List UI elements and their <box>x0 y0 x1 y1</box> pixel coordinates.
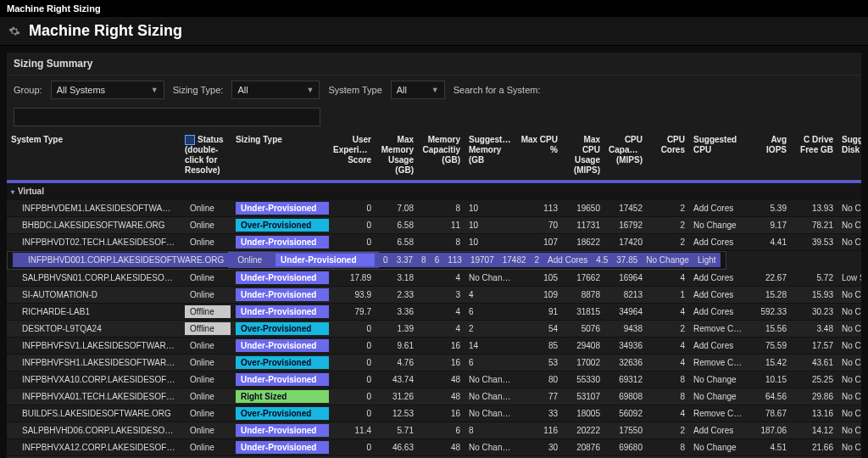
table-row[interactable]: INFPBHVFSH1.LAKESIDESOFTWARE.ORGOnlineOv… <box>7 355 861 371</box>
cell-status[interactable]: Online <box>181 217 231 234</box>
cell-system: INFPBHVXA12.CORP.LAKESIDESOFTWARE.ORG <box>7 439 181 456</box>
cell-cap: 6 <box>418 422 465 439</box>
cell-ux: 0 <box>379 253 392 268</box>
col-sugg-mem[interactable]: Suggested Memory (GB <box>465 131 515 180</box>
sizing-table-scroll[interactable]: System Type Status (double-click for Res… <box>7 131 861 458</box>
table-row[interactable]: INFPBHVXA12.CORP.LAKESIDESOFTWARE.ORGOnl… <box>7 439 861 456</box>
system-type-select[interactable]: All ▼ <box>391 81 445 99</box>
table-row[interactable]: SALPBHVSN01.CORP.LAKESIDESOFTWARE.ORGOnl… <box>7 270 861 287</box>
col-max-cpu[interactable]: Max CPU % <box>515 131 562 180</box>
cell-status[interactable]: Online <box>181 270 231 287</box>
col-cores[interactable]: CPU Cores <box>647 131 689 180</box>
col-cpu-cap[interactable]: CPU Capacity (MIPS) <box>604 131 647 180</box>
cell-system: RICHARDE-LAB1 <box>7 304 181 321</box>
table-row[interactable]: INFPBHVD001.CORP.LAKESIDESOFTWARE.ORGOnl… <box>7 251 726 270</box>
cell-maxcpu: 91 <box>515 304 562 321</box>
cell-cpucap: 34964 <box>604 304 647 321</box>
cell-iops: 187.06 <box>748 422 791 439</box>
sizing-summary-panel: Sizing Summary Group: All Systems ▼ Sizi… <box>7 53 861 458</box>
cell-status[interactable]: Offline <box>181 304 231 321</box>
cell-sdisk: No Change <box>837 217 861 234</box>
cell-sugg-mem: 10 <box>465 217 515 234</box>
col-mem-cap[interactable]: Memory Capacitiy (GB) <box>418 131 465 180</box>
table-row[interactable]: INFPBHVFSV1.LAKESIDESOFTWARE.ORGOnlineUn… <box>7 338 861 355</box>
col-max-mips[interactable]: Max CPU Usage (MIPS) <box>562 131 604 180</box>
cell-status[interactable]: Offline <box>181 321 231 338</box>
sizing-pill: Under-Provisioned <box>236 236 329 249</box>
cell-cpucap: 17482 <box>498 253 531 268</box>
cell-status[interactable]: Online <box>228 252 271 269</box>
cell-sugg-mem: No Change <box>465 388 515 405</box>
table-row[interactable]: BHBDC.LAKESIDESOFTWARE.ORGOnlineOver-Pro… <box>7 217 861 234</box>
search-label: Search for a System: <box>453 85 541 95</box>
cell-status[interactable]: Online <box>181 355 231 371</box>
table-row[interactable]: RICHARDE-LAB1OfflineUnder-Provisioned79.… <box>7 304 861 321</box>
cell-status[interactable]: Online <box>181 371 231 388</box>
gear-icon[interactable] <box>8 25 20 37</box>
group-select[interactable]: All Systems ▼ <box>51 81 164 99</box>
cell-cfree: 13.16 <box>791 405 837 422</box>
cell-status[interactable]: Online <box>181 388 231 405</box>
table-row[interactable]: INFPBHVXA01.TECH.LAKESIDESOFTWARE.ORGOnl… <box>7 388 861 405</box>
cell-system: SALPBHVHD06.CORP.LAKESIDESOFTWARE.ORG <box>7 422 181 439</box>
cell-sizing: Under-Provisioned <box>231 234 329 251</box>
cell-iops: 592.33 <box>748 304 791 321</box>
col-sugg-cpu[interactable]: Suggested CPU <box>689 131 748 180</box>
cell-maxcpu: 107 <box>515 234 562 251</box>
col-ux-score[interactable]: User Experience Score <box>329 131 376 180</box>
cell-status[interactable]: Online <box>181 439 231 456</box>
table-row[interactable]: SI-AUTOMATION-DOnlineUnder-Provisioned93… <box>7 287 861 304</box>
col-status[interactable]: Status (double-click for Resolve) <box>181 131 231 180</box>
col-max-mem[interactable]: Max Memory Usage (GB) <box>376 131 418 180</box>
cell-status[interactable]: Online <box>181 200 231 217</box>
cell-system: BHBDC.LAKESIDESOFTWARE.ORG <box>7 217 181 234</box>
cell-maxmips: 18622 <box>562 234 604 251</box>
cell-status[interactable]: Online <box>181 405 231 422</box>
table-row[interactable]: SALPBHVHD06.CORP.LAKESIDESOFTWARE.ORGOnl… <box>7 422 861 439</box>
search-input[interactable] <box>14 108 320 126</box>
col-sizing-type[interactable]: Sizing Type <box>231 131 329 180</box>
cell-iops: 4.5 <box>592 253 612 268</box>
cell-status[interactable]: Online <box>181 422 231 439</box>
cell-system: INFPBHVDEM1.LAKESIDESOFTWARE.ORG <box>7 200 181 217</box>
col-iops[interactable]: Avg IOPS <box>748 131 791 180</box>
table-row[interactable]: INFPBHVXA10.CORP.LAKESIDESOFTWARE.ORGOnl… <box>7 371 861 388</box>
cell-system: DESKTOP-L9TQA24 <box>7 321 181 338</box>
chevron-down-icon: ▼ <box>306 86 314 94</box>
status-checkbox[interactable] <box>185 135 195 145</box>
cell-cfree: 17.57 <box>791 338 837 355</box>
cell-sizing: Under-Provisioned <box>231 200 329 217</box>
cell-status[interactable]: Online <box>181 234 231 251</box>
cell-cpucap: 17420 <box>604 234 647 251</box>
cell-mem: 43.74 <box>376 371 418 388</box>
table-row[interactable]: BUILDFS.LAKESIDESOFTWARE.ORGOnlineOver-P… <box>7 405 861 422</box>
cell-sdisk: No Change <box>837 200 861 217</box>
cell-cores: 8 <box>647 388 689 405</box>
table-row[interactable]: INFPBHVDT02.TECH.LAKESIDESOFTWARE.ORGOnl… <box>7 234 861 251</box>
cell-maxmips: 17662 <box>562 270 604 287</box>
col-sugg-disk[interactable]: Suggested Disk <box>837 131 861 180</box>
cell-ux: 0 <box>329 355 376 371</box>
page-header: Machine Right Sizing <box>0 17 868 46</box>
cell-status[interactable]: Online <box>181 338 231 355</box>
col-c-free[interactable]: C Drive Free GB <box>791 131 837 180</box>
cell-cores: 2 <box>531 253 544 268</box>
group-row-virtual[interactable]: ▾Virtual <box>7 184 861 200</box>
cell-sugg-cpu: Add Cores <box>543 253 592 268</box>
sizing-type-select[interactable]: All ▼ <box>231 81 320 99</box>
cell-maxcpu: 33 <box>515 405 562 422</box>
cell-cap: 16 <box>418 355 465 371</box>
cell-status[interactable]: Online <box>181 287 231 304</box>
col-system-type[interactable]: System Type <box>7 131 181 180</box>
table-row[interactable]: INFPBHVDEM1.LAKESIDESOFTWARE.ORGOnlineUn… <box>7 200 861 217</box>
cell-maxcpu: 53 <box>515 355 562 371</box>
cell-system: INFPBHVXA10.CORP.LAKESIDESOFTWARE.ORG <box>7 371 181 388</box>
cell-sizing: Under-Provisioned <box>231 422 329 439</box>
cell-iops: 5.39 <box>748 200 791 217</box>
table-row[interactable]: DESKTOP-L9TQA24OfflineOver-Provisioned01… <box>7 321 861 338</box>
cell-sugg-cpu: Add Cores <box>689 234 748 251</box>
cell-cap: 4 <box>418 321 465 338</box>
cell-mem: 12.53 <box>376 405 418 422</box>
cell-system: INFPBHVFSV1.LAKESIDESOFTWARE.ORG <box>7 338 181 355</box>
sizing-pill: Under-Provisioned <box>236 271 329 284</box>
